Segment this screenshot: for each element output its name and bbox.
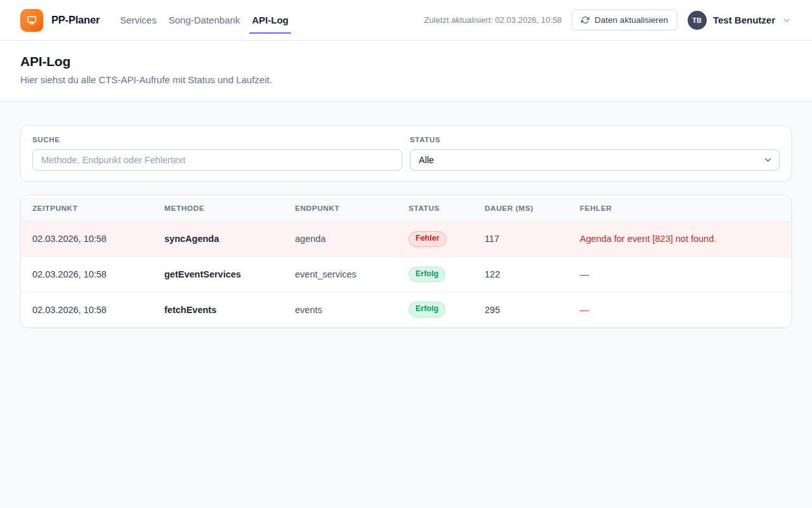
app-header: PP-Planer Services Song-Datenbank API-Lo… xyxy=(0,0,812,41)
last-updated-text: Zuletzt aktualisiert: 02.03.2026, 10:58 xyxy=(424,15,562,25)
status-badge: Erfolg xyxy=(409,267,445,283)
column-header: Dauer (ms) xyxy=(473,195,568,222)
cell-timestamp: 02.03.2026, 10:58 xyxy=(21,222,153,257)
cell-endpoint: event_services xyxy=(284,257,397,292)
nav-link[interactable]: Song-Datenbank xyxy=(167,12,242,28)
cell-timestamp: 02.03.2026, 10:58 xyxy=(21,292,153,328)
cell-timestamp: 02.03.2026, 10:58 xyxy=(21,257,153,292)
table-body: 02.03.2026, 10:58 syncAgenda agenda Fehl… xyxy=(21,222,791,328)
status-badge: Erfolg xyxy=(409,302,445,318)
search-field-group: Suche xyxy=(32,136,402,171)
cell-error: — xyxy=(568,257,791,292)
cell-method: syncAgenda xyxy=(153,222,284,257)
page-subtitle: Hier siehst du alle CTS-API-Aufrufe mit … xyxy=(20,74,792,85)
cell-duration: 117 xyxy=(473,222,568,257)
cell-error: Agenda for event [823] not found. xyxy=(568,222,791,257)
page-head: API-Log Hier siehst du alle CTS-API-Aufr… xyxy=(0,41,812,102)
cell-duration: 295 xyxy=(473,292,568,328)
cell-status: Erfolg xyxy=(397,292,473,328)
cell-error: — xyxy=(568,292,791,328)
status-label: Status xyxy=(410,136,780,144)
refresh-data-button[interactable]: Daten aktualisieren xyxy=(572,10,678,30)
chevron-down-icon xyxy=(782,15,792,25)
column-header: Methode xyxy=(153,195,284,222)
presentation-board-icon xyxy=(25,14,38,27)
table-header: Zeitpunkt Methode Endpunkt Status Dauer … xyxy=(21,195,791,222)
brand-name: PP-Planer xyxy=(51,14,100,26)
main-content: Suche Status Alle xyxy=(0,102,812,352)
status-badge: Fehler xyxy=(409,231,447,247)
status-field-group: Status Alle xyxy=(410,136,780,171)
table-row: 02.03.2026, 10:58 getEventServices event… xyxy=(21,257,791,292)
refresh-icon xyxy=(581,16,589,24)
table-row: 02.03.2026, 10:58 syncAgenda agenda Fehl… xyxy=(21,222,791,257)
column-header: Endpunkt xyxy=(284,195,397,222)
user-menu[interactable]: TB Test Benutzer xyxy=(688,11,792,30)
user-name: Test Benutzer xyxy=(713,15,775,25)
table-row: 02.03.2026, 10:58 fetchEvents events Erf… xyxy=(21,292,791,328)
cell-status: Erfolg xyxy=(397,257,473,292)
search-label: Suche xyxy=(32,136,402,144)
page-title: API-Log xyxy=(20,54,792,69)
search-input[interactable] xyxy=(32,149,402,171)
status-select-wrap: Alle xyxy=(410,149,780,171)
api-log-table: Zeitpunkt Methode Endpunkt Status Dauer … xyxy=(21,195,791,328)
avatar: TB xyxy=(688,11,707,30)
refresh-button-label: Daten aktualisieren xyxy=(594,15,668,25)
filter-card: Suche Status Alle xyxy=(20,125,792,182)
cell-method: fetchEvents xyxy=(153,292,284,328)
status-select[interactable]: Alle xyxy=(410,149,780,171)
column-header: Fehler xyxy=(568,195,791,222)
app-logo xyxy=(20,9,43,32)
main-nav: Services Song-Datenbank API-Log xyxy=(119,12,290,28)
column-header: Zeitpunkt xyxy=(21,195,153,222)
cell-status: Fehler xyxy=(397,222,473,257)
column-header: Status xyxy=(397,195,473,222)
cell-method: getEventServices xyxy=(153,257,284,292)
brand: PP-Planer xyxy=(20,9,100,32)
nav-link[interactable]: Services xyxy=(119,12,158,28)
cell-endpoint: agenda xyxy=(284,222,397,257)
cell-endpoint: events xyxy=(284,292,397,328)
api-log-table-card: Zeitpunkt Methode Endpunkt Status Dauer … xyxy=(20,194,792,328)
header-right: Zuletzt aktualisiert: 02.03.2026, 10:58 … xyxy=(424,10,792,30)
nav-link[interactable]: API-Log xyxy=(251,12,290,28)
cell-duration: 122 xyxy=(473,257,568,292)
